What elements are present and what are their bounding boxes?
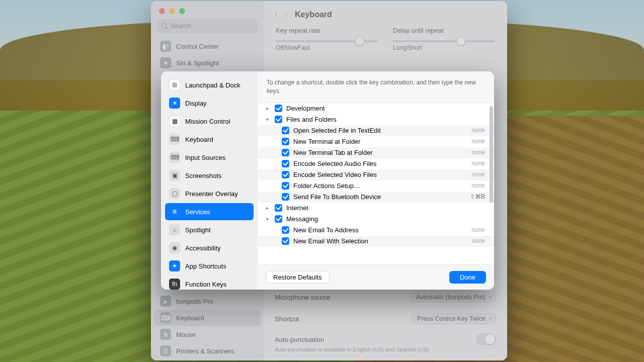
checkbox[interactable] xyxy=(282,193,289,201)
shortcut-value[interactable]: none xyxy=(462,138,487,145)
key-repeat-label: Key repeat rate xyxy=(276,27,378,34)
disclosure-icon[interactable]: ▸ xyxy=(264,205,271,211)
auto-punctuation-subtitle: Auto-punctuation is available in English… xyxy=(275,346,496,352)
delay-repeat-slider[interactable] xyxy=(393,40,495,42)
service-row[interactable]: New Terminal Tab at Foldernone xyxy=(258,147,494,158)
shortcut-value[interactable]: ⇧⌘B xyxy=(462,193,487,200)
category-screenshots[interactable]: ▣Screenshots xyxy=(165,167,254,184)
checkbox[interactable] xyxy=(282,127,289,134)
row-label: Encode Selected Video Files xyxy=(293,171,458,178)
category-label: Launchpad & Dock xyxy=(185,81,240,89)
category-label: Keyboard xyxy=(185,136,213,143)
key-repeat-slider[interactable] xyxy=(276,40,378,42)
restore-defaults-button[interactable]: Restore Defaults xyxy=(266,271,330,284)
service-group-row[interactable]: ▾Files and Folders xyxy=(258,114,494,125)
service-group-row[interactable]: ▸Internet xyxy=(258,203,494,214)
minimize-icon[interactable] xyxy=(169,8,175,14)
sidebar-item[interactable]: ✦Siri & Spotlight xyxy=(154,55,261,71)
checkbox[interactable] xyxy=(282,149,289,156)
sidebar-item[interactable]: 🖱Mouse xyxy=(154,326,261,342)
service-group-row[interactable]: ▾Messaging xyxy=(258,214,494,225)
sidebar-item[interactable]: ⌨Keyboard xyxy=(154,310,261,326)
checkbox[interactable] xyxy=(275,105,282,112)
category-icon: ☀ xyxy=(169,98,180,109)
checkbox[interactable] xyxy=(282,237,289,245)
shortcut-value[interactable]: none xyxy=(462,171,487,178)
category-display[interactable]: ☀Display xyxy=(165,95,254,112)
row-label: Folder Actions Setup… xyxy=(293,182,458,190)
category-icon: ⌨ xyxy=(169,152,180,163)
category-services[interactable]: ✲Services xyxy=(165,203,254,220)
category-launchpad-dock[interactable]: ⊞Launchpad & Dock xyxy=(165,76,254,94)
sidebar-label: Siri & Spotlight xyxy=(176,59,219,67)
search-field[interactable] xyxy=(157,19,258,33)
checkbox[interactable] xyxy=(275,215,282,223)
service-row[interactable]: Send File To Bluetooth Device⇧⌘B xyxy=(258,192,494,203)
checkbox[interactable] xyxy=(282,182,289,190)
category-icon: ✲ xyxy=(169,206,180,217)
category-spotlight[interactable]: ⌕Spotlight xyxy=(165,221,254,238)
row-label: New Email To Address xyxy=(293,226,458,234)
service-group-row[interactable]: ▸Development xyxy=(258,103,494,114)
sidebar-icon: ⎙ xyxy=(160,345,171,356)
zoom-icon[interactable] xyxy=(179,8,185,14)
close-icon[interactable] xyxy=(159,8,165,14)
shortcut-value[interactable]: none xyxy=(462,149,487,156)
dictation-shortcut-popup[interactable]: Press Control Key Twice xyxy=(412,313,496,324)
sheet-instructions: To change a shortcut, double click the k… xyxy=(258,71,494,103)
category-app-shortcuts[interactable]: ✦App Shortcuts xyxy=(165,257,254,275)
category-keyboard[interactable]: ⌨Keyboard xyxy=(165,131,254,148)
auto-punctuation-toggle[interactable] xyxy=(476,333,496,345)
category-presenter-overlay[interactable]: ▢Presenter Overlay xyxy=(165,185,254,202)
category-input-sources[interactable]: ⌨Input Sources xyxy=(165,149,254,166)
scrollbar[interactable] xyxy=(490,106,493,203)
service-row[interactable]: New Email With Selectionnone xyxy=(258,236,494,247)
category-icon: ⊞ xyxy=(169,79,180,90)
category-label: Function Keys xyxy=(185,281,226,288)
shortcut-value[interactable]: none xyxy=(462,237,487,244)
disclosure-icon[interactable]: ▾ xyxy=(264,216,271,222)
sidebar-item[interactable]: ⎙Printers & Scanners xyxy=(154,343,261,359)
service-row[interactable]: Encode Selected Audio Filesnone xyxy=(258,158,494,169)
auto-punctuation-label: Auto-punctuation xyxy=(275,336,324,343)
category-icon: fn xyxy=(169,279,180,290)
sidebar-icon: 🖱 xyxy=(160,329,171,340)
row-label: Files and Folders xyxy=(286,116,487,123)
category-function-keys[interactable]: fnFunction Keys xyxy=(165,276,254,290)
category-label: Presenter Overlay xyxy=(185,190,238,198)
checkbox[interactable] xyxy=(282,138,289,145)
service-row[interactable]: Folder Actions Setup…none xyxy=(258,180,494,192)
category-accessibility[interactable]: ◉Accessibility xyxy=(165,239,254,256)
category-icon: ✦ xyxy=(169,260,180,272)
service-row[interactable]: Open Selected File in TextEditnone xyxy=(258,125,494,136)
mic-source-label: Microphone source xyxy=(275,294,331,301)
window-controls[interactable] xyxy=(151,1,264,19)
back-icon[interactable]: ‹ xyxy=(275,9,278,20)
disclosure-icon[interactable]: ▾ xyxy=(264,117,271,122)
forward-icon[interactable]: › xyxy=(285,9,288,20)
sidebar-item[interactable]: ▸bonpods Pro xyxy=(154,293,261,309)
disclosure-icon[interactable]: ▸ xyxy=(264,106,271,111)
checkbox[interactable] xyxy=(282,160,289,167)
shortcut-value[interactable]: none xyxy=(462,160,487,167)
category-icon: ▣ xyxy=(169,170,180,181)
search-input[interactable] xyxy=(171,22,253,30)
done-button[interactable]: Done xyxy=(449,271,486,284)
service-row[interactable]: Encode Selected Video Filesnone xyxy=(258,169,494,180)
category-mission-control[interactable]: ▦Mission Control xyxy=(165,113,254,130)
category-label: Accessibility xyxy=(185,244,221,252)
shortcut-value[interactable]: none xyxy=(462,127,487,134)
shortcut-value[interactable]: none xyxy=(462,182,487,189)
checkbox[interactable] xyxy=(275,116,282,123)
service-row[interactable]: New Email To Addressnone xyxy=(258,225,494,236)
checkbox[interactable] xyxy=(282,226,289,234)
checkbox[interactable] xyxy=(275,204,282,212)
checkbox[interactable] xyxy=(282,171,289,178)
sidebar-item[interactable]: ◧Control Center xyxy=(154,38,261,54)
shortcut-value[interactable]: none xyxy=(462,226,487,233)
sidebar-icon: ▸ xyxy=(160,296,171,307)
row-label: Open Selected File in TextEdit xyxy=(293,127,458,134)
services-list[interactable]: ▸Development▾Files and FoldersOpen Selec… xyxy=(258,103,494,264)
service-row[interactable]: New Terminal at Foldernone xyxy=(258,136,494,147)
mic-source-popup[interactable]: Automatic (bonpods Pro) xyxy=(411,292,496,303)
